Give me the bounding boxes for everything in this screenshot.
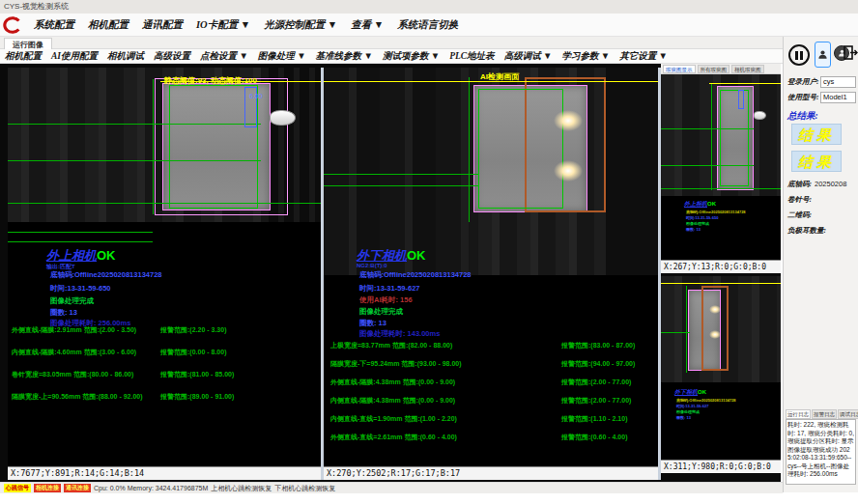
toolbar: 相机配置 AI使用配置 相机调试 高级设置 点检设置 ▼ 图像处理 ▼ 基准线参… — [0, 49, 783, 64]
tool-camera-config[interactable]: 相机配置 — [0, 50, 46, 63]
log-tab-alarm[interactable]: 报警日志 — [812, 409, 837, 419]
exit-door-icon — [843, 44, 858, 61]
alarm-range-text: 报警范围:(2.20 - 3.30) — [160, 325, 226, 335]
ai-overlay-text: AI检测画面 — [480, 71, 519, 82]
alarm-range-text: 报警范围:(81.00 - 85.00) — [160, 370, 234, 379]
menu-language-switch[interactable]: 系统语言切换 — [390, 18, 465, 32]
lower-camera-thumbnail[interactable]: 外下相机OK 底轴码:Offline2025020813134728 时间:13… — [661, 276, 781, 473]
tool-ai-config[interactable]: AI使用配置 — [46, 50, 102, 63]
person-icon — [817, 48, 828, 61]
app-logo-icon — [2, 15, 23, 35]
right-camera-view[interactable]: AI检测画面 外下相机OK NG2:B(T):0 底轴码:Offline2025… — [324, 68, 658, 466]
measurement-text: 外侧直线-隔膜:2.91mm 范围:(2.00 - 3.50) — [12, 325, 136, 335]
menu-comm-config[interactable]: 通讯配置 — [135, 18, 189, 32]
pause-icon — [788, 44, 810, 66]
tool-other-settings[interactable]: 其它设置 ▼ — [615, 50, 672, 63]
pause-button[interactable] — [786, 42, 813, 69]
right-coordinate-bar: X:270;Y:2502;R:17;G:17;B:17 — [324, 466, 658, 480]
lower-camera-heartbeat-msg: 下相机心跳检测恢复 — [274, 484, 335, 493]
log-tab-run[interactable]: 运行日志 — [786, 409, 811, 419]
tool-baseline-params[interactable]: 基准线参数 ▼ — [311, 50, 378, 63]
tool-advanced-debug[interactable]: 高级调试 ▼ — [500, 50, 558, 63]
alarm-range-text: 报警范围:(89.00 - 91.00) — [160, 392, 234, 402]
left-camera-panel: 6.00 静态阈值:93, 动态阈值:100 外上相机OK 输出:匹配T 底轴码… — [8, 68, 321, 480]
user-mode-button[interactable] — [815, 42, 831, 68]
thumbnail-tabs: 瑕疵图显示 所有瑕疵图 相机瑕疵图 — [661, 64, 781, 74]
right-result-sub: NG2:B(T):0 — [357, 263, 387, 268]
result-box-lower: 结果 — [791, 151, 842, 172]
thumbnail-column: 瑕疵图显示 所有瑕疵图 相机瑕疵图 — [661, 64, 781, 492]
tab-running-image[interactable]: 运行图像 — [4, 38, 52, 49]
title-bar: CYS-视觉检测系统 — [0, 0, 858, 14]
left-code-line: 底轴码:Offline2025020813134728 — [50, 270, 162, 280]
tool-plc-address[interactable]: PLC地址表 — [444, 50, 499, 63]
menu-system-config[interactable]: 系统配置 — [27, 18, 81, 32]
menu-bar: 系统配置 相机配置 通讯配置 IO卡配置 ▼ 光源控制配置 ▼ 查看 ▼ 系统语… — [0, 14, 858, 37]
total-result-label: 总结果: — [787, 110, 818, 123]
right-code-line: 底轴码:Offline2025020813134728 — [359, 270, 472, 280]
tool-camera-debug[interactable]: 相机调试 — [102, 50, 149, 63]
measurement-text: 内侧直线-隔膜:4.38mm 范围:(0.00 - 9.00) — [330, 396, 455, 406]
result-box-upper: 结果 — [791, 124, 842, 145]
left-camera-photo: 6.00 静态阈值:93, 动态阈值:100 — [8, 68, 321, 222]
menu-camera-config[interactable]: 相机配置 — [81, 18, 135, 32]
tool-advanced-settings[interactable]: 高级设置 — [149, 50, 195, 63]
threshold-overlay-text: 静态阈值:93, 动态阈值:100 — [164, 75, 257, 86]
right-time-line: 时间:13-31-59-627 — [359, 284, 420, 294]
thumb-tab-defect-display[interactable]: 瑕疵图显示 — [663, 65, 696, 73]
alarm-range-text: 报警范围:(83.00 - 87.00) — [561, 341, 635, 350]
left-coordinate-bar: X:7677;Y:891;R:14;G:14;B:14 — [8, 466, 321, 480]
mini1-code: 底轴码:Offline2025020813134728 — [686, 210, 746, 214]
upper-camera-thumbnail[interactable]: 外上相机OK 底轴码:Offline2025020813134728 时间:13… — [661, 74, 781, 273]
alarm-range-text: 报警范围:(2.00 - 77.00) — [561, 378, 631, 387]
log-text-box[interactable]: 耗时: 222, 瑕疵检测耗时: 17, 瑕疵分类耗时: 0, 瑕疵提取分区耗时… — [786, 419, 856, 485]
login-user-label: 登录用户: — [787, 77, 819, 87]
model-value[interactable]: Model1 — [820, 92, 856, 103]
spindle-code-label: 底轴码: — [787, 180, 812, 189]
cpu-memory-text: Cpu: 0.0% Memory: 3424.41796875M — [94, 485, 208, 491]
alarm-range-text: 报警范围:(1.10 - 2.10) — [561, 414, 627, 424]
login-user-value[interactable]: cys — [820, 76, 856, 88]
mini1-time: 时间:13-31-59-650 — [686, 215, 718, 220]
left-camera-view[interactable]: 6.00 静态阈值:93, 动态阈值:100 外上相机OK 输出:匹配T 底轴码… — [8, 68, 321, 466]
exit-button[interactable] — [842, 42, 858, 63]
led-glow — [554, 110, 583, 131]
measurement-text: 内侧直线-隔膜:4.60mm 范围:(3.00 - 6.00) — [12, 348, 136, 357]
tool-spot-check[interactable]: 点检设置 ▼ — [195, 50, 253, 63]
thumb-tab-camera-defects[interactable]: 相机瑕疵图 — [731, 65, 764, 73]
right-ai-time-line: 使用AI耗时: 156 — [359, 295, 413, 305]
measurement-text: 内侧直线-直线=1.90mm 范围:(1.00 - 2.20) — [330, 414, 457, 424]
menu-io-config[interactable]: IO卡配置 ▼ — [189, 18, 257, 32]
pin-number-label: 卷针号: — [787, 195, 812, 205]
mini1-coordinate-bar: X:267;Y:13;R:0;G:0;B:0 — [661, 260, 781, 273]
thumb-tab-all-defects[interactable]: 所有瑕疵图 — [698, 65, 730, 73]
right-done-line: 图像处理完成 — [359, 307, 403, 317]
left-done-line: 图像处理完成 — [50, 296, 94, 306]
led-glow — [554, 160, 583, 182]
measurement-text: 上极宽度=83.77mm 范围:(82.00 - 88.00) — [330, 341, 452, 350]
upper-camera-heartbeat-msg: 上相机心跳检测恢复 — [211, 484, 272, 493]
marker-label: 6.00 — [249, 93, 263, 99]
mini2-loops: 圈数: 13 — [676, 415, 691, 420]
log-tab-debug[interactable]: 调试日志 — [838, 409, 858, 419]
mini2-coordinate-bar: X:311;Y:980;R:0;G:0;B:0 — [661, 460, 781, 473]
tool-image-processing[interactable]: 图像处理 ▼ — [253, 50, 311, 63]
tool-test-params[interactable]: 测试项参数 ▼ — [378, 50, 444, 63]
main-workspace: 6.00 静态阈值:93, 动态阈值:100 外上相机OK 输出:匹配T 底轴码… — [0, 64, 781, 492]
clip-blob — [270, 110, 296, 126]
mini2-time: 时间:13-31-59-627 — [676, 404, 708, 408]
qr-code-label: 二维码: — [787, 210, 812, 220]
status-bar: 心跳信号 相机连接 通讯连接 Cpu: 0.0% Memory: 3424.41… — [0, 482, 783, 493]
measurement-text: 卷针宽度=83.05mm 范围:(80.00 - 86.00) — [12, 370, 133, 379]
app-window: CYS-视觉检测系统 系统配置 相机配置 通讯配置 IO卡配置 ▼ 光源控制配置… — [0, 0, 858, 504]
right-elapsed-line: 图像处理耗时: 143.00ms — [359, 329, 440, 339]
measurement-text: 隔膜宽度-上=90.56mm 范围:(88.00 - 92.00) — [12, 392, 143, 402]
window-title: CYS-视觉检测系统 — [4, 2, 69, 11]
right-camera-photo: AI检测画面 — [324, 68, 658, 275]
mini1-title: 外上相机OK — [684, 200, 716, 209]
menu-light-config[interactable]: 光源控制配置 ▼ — [257, 18, 344, 32]
menu-view[interactable]: 查看 ▼ — [344, 18, 390, 32]
heartbeat-badge: 心跳信号 — [4, 484, 31, 492]
tool-learn-params[interactable]: 学习参数 ▼ — [557, 50, 615, 63]
model-label: 使用型号: — [787, 93, 819, 102]
